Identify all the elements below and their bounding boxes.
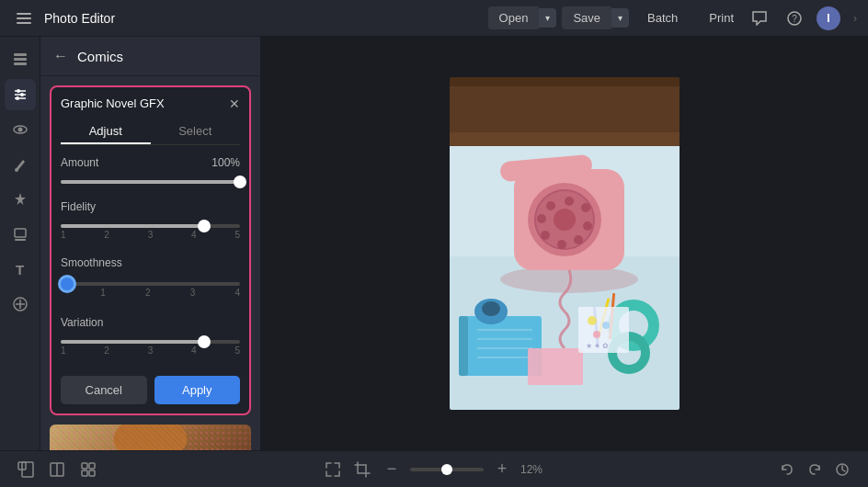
amount-value: 100% (211, 156, 240, 169)
svg-rect-1 (17, 17, 31, 19)
main: T ← Comics Graphic Novel GFX ✕ Adjust Se… (0, 37, 868, 450)
svg-rect-74 (82, 470, 87, 476)
topbar-center: Open ▾ Save ▾ Batch Print (488, 6, 747, 29)
stamp-button[interactable] (5, 219, 36, 250)
svg-text:★ ✦ ✿: ★ ✦ ✿ (586, 342, 609, 350)
help-button[interactable]: ? (782, 6, 807, 31)
svg-point-28 (114, 425, 188, 450)
history-svg (835, 462, 850, 477)
chat-button[interactable] (747, 6, 772, 31)
save-dropdown-arrow[interactable]: ▾ (611, 8, 629, 28)
bottom-center: − + 12% (322, 459, 554, 481)
misc-button[interactable] (5, 289, 36, 320)
svg-rect-18 (15, 229, 26, 237)
eye-icon (12, 121, 29, 138)
text-button[interactable]: T (5, 254, 36, 285)
grid-icon[interactable] (77, 459, 99, 481)
fidelity-slider[interactable]: 1 2 3 4 5 (61, 217, 240, 247)
compare-icon[interactable] (46, 459, 68, 481)
svg-rect-19 (15, 239, 26, 241)
zoom-slider[interactable] (410, 468, 484, 471)
thumbnail-vintage[interactable]: Vintage Comic GFX Ai (50, 425, 251, 450)
svg-point-16 (15, 168, 18, 172)
svg-marker-17 (15, 193, 26, 205)
cancel-button[interactable]: Cancel (61, 376, 147, 404)
redo-svg (807, 462, 822, 477)
adjust-button[interactable] (5, 79, 36, 110)
avatar[interactable]: I (817, 6, 840, 30)
close-button[interactable]: ✕ (229, 97, 240, 110)
halftone-pattern (50, 425, 251, 450)
topbar-right: ? I › (747, 6, 857, 31)
open-button[interactable]: Open (488, 6, 540, 29)
variation-control: Variation 1 2 3 4 5 (61, 316, 240, 363)
apply-button[interactable]: Apply (154, 376, 241, 404)
print-button[interactable]: Print (696, 6, 747, 29)
svg-point-27 (173, 445, 188, 450)
save-button[interactable]: Save (562, 6, 611, 29)
save-button-group: Save ▾ (562, 6, 629, 29)
variation-label: Variation (61, 316, 103, 329)
layers-button[interactable] (5, 44, 36, 75)
sidebar: ← Comics Graphic Novel GFX ✕ Adjust Sele… (40, 37, 261, 450)
text-icon: T (16, 262, 24, 277)
svg-point-46 (537, 214, 546, 223)
svg-rect-0 (17, 13, 31, 15)
variation-slider[interactable]: 1 2 3 4 5 (61, 333, 240, 363)
layers-icon (12, 51, 29, 68)
sidebar-header: ← Comics (40, 37, 260, 76)
effect-card-title: Graphic Novel GFX (61, 96, 165, 110)
layers-bottom-icon[interactable] (15, 459, 37, 481)
open-dropdown-arrow[interactable]: ▾ (539, 8, 556, 28)
back-button[interactable]: ← (51, 46, 70, 66)
sidebar-title: Comics (77, 49, 123, 64)
tab-adjust[interactable]: Adjust (61, 119, 151, 144)
undo-icon[interactable] (776, 459, 798, 481)
eye-button[interactable] (5, 114, 36, 145)
svg-text:?: ? (792, 14, 797, 24)
open-button-group: Open ▾ (488, 6, 557, 29)
svg-rect-30 (450, 77, 680, 86)
brush-button[interactable] (5, 149, 36, 180)
svg-point-66 (482, 301, 500, 316)
zoom-in-icon[interactable]: + (491, 459, 513, 481)
zoom-out-icon[interactable]: − (381, 459, 403, 481)
tabs: Adjust Select (61, 119, 240, 145)
svg-rect-6 (14, 58, 27, 61)
compare-svg (49, 461, 65, 478)
tab-select[interactable]: Select (151, 119, 241, 144)
expand-icon[interactable]: › (853, 12, 857, 25)
svg-point-39 (546, 201, 555, 210)
adjust-icon (12, 86, 29, 103)
topbar: Photo Editor Open ▾ Save ▾ Batch Print ?… (0, 0, 868, 37)
smoothness-label: Smoothness (61, 256, 122, 269)
batch-button[interactable]: Batch (634, 6, 691, 29)
bottom-right (776, 459, 853, 481)
thumbnail-vintage-image (50, 425, 251, 450)
magic-button[interactable] (5, 184, 36, 215)
history-icon[interactable] (831, 459, 853, 481)
amount-slider[interactable] (61, 173, 240, 191)
menu-button[interactable] (11, 6, 37, 31)
crop-icon[interactable] (351, 459, 373, 481)
redo-icon[interactable] (804, 459, 826, 481)
svg-point-45 (541, 231, 550, 240)
svg-rect-2 (17, 22, 31, 24)
fit-svg (325, 461, 341, 478)
crop-svg (354, 461, 371, 478)
svg-point-11 (20, 93, 24, 96)
svg-rect-24 (50, 425, 251, 450)
smoothness-slider[interactable]: 1 2 3 4 (61, 273, 240, 307)
svg-point-43 (574, 235, 583, 244)
help-icon: ? (787, 11, 802, 26)
smoothness-control: Smoothness 1 2 3 4 (61, 256, 240, 307)
bottom-bar: − + 12% (0, 450, 868, 487)
svg-point-42 (583, 221, 592, 231)
svg-point-15 (17, 128, 22, 132)
brush-icon (12, 156, 29, 173)
fit-icon[interactable] (322, 459, 344, 481)
svg-point-13 (16, 96, 19, 100)
topbar-left: Photo Editor (11, 6, 488, 31)
card-actions: Cancel Apply (61, 376, 240, 404)
undo-svg (780, 462, 794, 477)
